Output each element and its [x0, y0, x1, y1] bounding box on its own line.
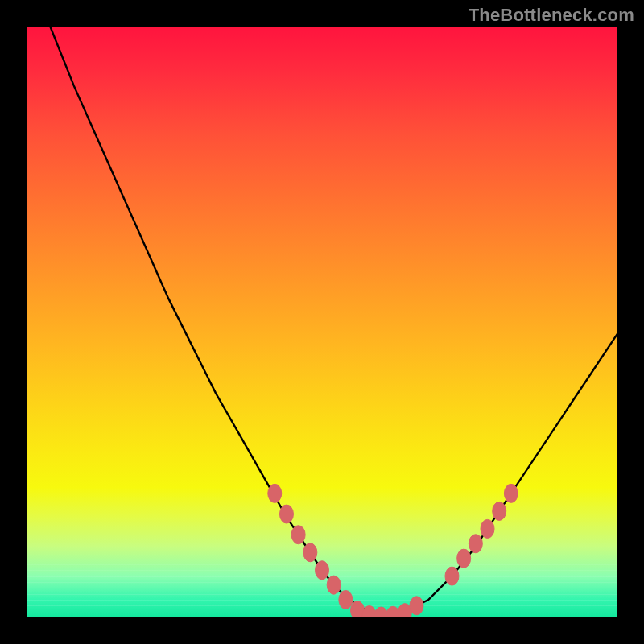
curve-marker — [339, 590, 353, 609]
curve-marker — [481, 519, 494, 538]
curve-marker — [327, 576, 341, 594]
curve-marker — [303, 543, 317, 562]
curve-marker — [493, 502, 506, 520]
curve-marker — [504, 484, 518, 502]
watermark-text: TheBottleneck.com — [469, 5, 634, 26]
curve-marker — [469, 535, 482, 553]
curve-marker — [279, 505, 293, 523]
bottleneck-curve — [27, 27, 617, 617]
curve-marker — [316, 561, 329, 580]
curve-marker — [445, 567, 459, 585]
curve-marker — [268, 484, 282, 502]
curve-marker — [457, 549, 471, 568]
curve-marker — [291, 526, 305, 544]
marker-group — [268, 484, 518, 617]
plot-area — [27, 27, 617, 617]
chart-frame: TheBottleneck.com — [0, 0, 644, 644]
curve-marker — [410, 597, 423, 615]
